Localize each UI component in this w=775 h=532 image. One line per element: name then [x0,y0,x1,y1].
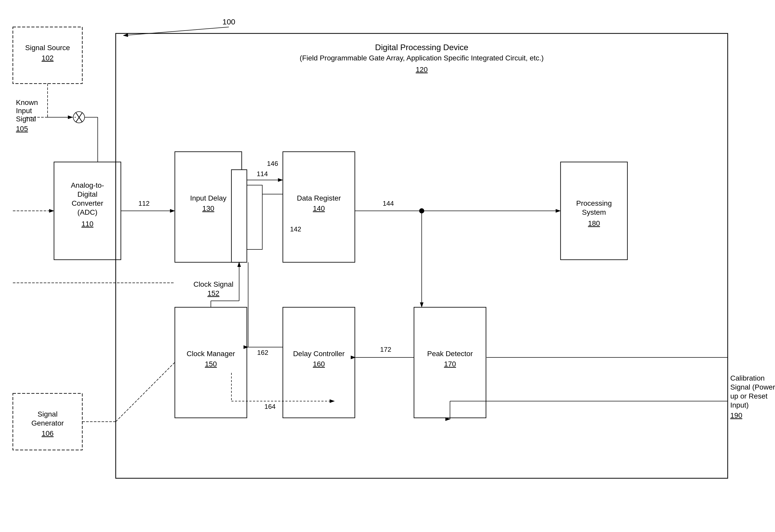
known-input-label2: Input [16,107,32,115]
diagram-container: Digital Processing Device (Field Program… [0,0,775,532]
delay-controller-label1: Delay Controller [293,350,345,358]
arrow-100 [123,27,229,35]
delay-controller-id: 160 [313,360,325,368]
clock-signal-id: 152 [207,289,219,297]
clock-manager-label1: Clock Manager [187,350,235,358]
clock-pulse-box [231,170,247,262]
signal-generator-label: Signal [38,410,58,418]
peak-detector-id: 170 [444,360,456,368]
adc-id: 110 [81,220,94,228]
signal-generator-label2: Generator [31,419,64,427]
input-delay-id: 130 [202,204,214,212]
digital-device-title: Digital Processing Device [375,43,469,52]
data-register-id: 140 [313,204,325,212]
label-100: 100 [222,17,235,26]
signal-generator-id: 106 [42,429,54,437]
label-172: 172 [380,346,391,353]
processing-system-id: 180 [588,219,600,227]
label-142: 142 [290,225,301,233]
adc-label2: Digital [77,190,97,198]
label-162: 162 [257,349,268,356]
processing-system-label2: System [582,208,606,216]
adc-label1: Analog-to- [71,181,104,189]
calib-label4: Input) [730,401,749,409]
digital-device-id: 120 [416,66,428,73]
processing-system-label1: Processing [576,199,612,207]
label-112: 112 [138,199,149,207]
calib-id: 190 [730,411,742,419]
clock-signal-label: Clock Signal [193,280,233,288]
adc-label4: (ADC) [77,208,97,216]
peak-detector-label1: Peak Detector [427,350,473,358]
calib-label2: Signal (Power [730,383,775,391]
label-114: 114 [257,170,268,178]
circuit-diagram: Digital Processing Device (Field Program… [0,0,775,532]
signal-source-label: Signal Source [25,44,70,52]
clock-manager-id: 150 [205,360,217,368]
calib-label1: Calibration [730,374,765,382]
label-164: 164 [264,403,275,410]
known-input-label3: Signal [16,115,36,123]
signal-source-id: 102 [42,54,54,62]
known-input-label1: Known [16,98,38,106]
digital-device-subtitle: (Field Programmable Gate Array, Applicat… [300,54,544,62]
gen-line2 [116,363,175,422]
data-register-label1: Data Register [297,194,341,202]
known-input-id: 105 [16,125,28,133]
input-delay-label1: Input Delay [190,194,226,202]
label-144: 144 [382,199,394,207]
calib-label3: up or Reset [730,392,768,400]
label-146: 146 [267,160,278,167]
adc-label3: Converter [72,199,103,207]
